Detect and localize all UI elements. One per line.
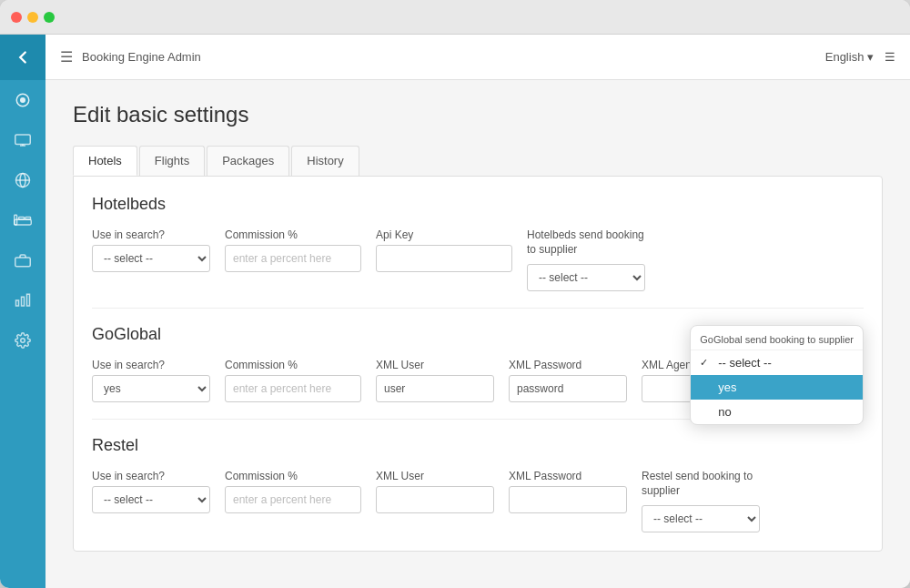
svg-point-0 <box>20 97 25 103</box>
traffic-lights <box>11 12 55 23</box>
goglobal-dropdown-option-no[interactable]: no <box>691 400 863 424</box>
hotelbeds-use-in-search-label: Use in search? <box>92 228 210 241</box>
restel-commission-group: Commission % <box>225 470 361 513</box>
hotelbeds-api-key-input[interactable] <box>376 245 512 272</box>
check-select-icon: ✓ <box>700 357 713 369</box>
topbar-menu-icon-right[interactable]: ☰ <box>885 50 895 64</box>
hotelbeds-commission-input[interactable] <box>225 245 361 272</box>
restel-use-in-search-label: Use in search? <box>92 470 210 482</box>
restel-section: Restel Use in search? -- select -- yes n… <box>92 436 864 532</box>
hotelbeds-send-booking-label: Hotelbeds send booking to supplier <box>527 228 654 257</box>
restel-send-booking-label: Restel send booking to supplier <box>642 470 769 498</box>
app-body: ☰ Booking Engine Admin English ▾ ☰ Edit … <box>0 35 910 588</box>
content-area: Edit basic settings Hotels Flights Packa… <box>46 80 910 588</box>
titlebar <box>0 0 910 35</box>
goglobal-dropdown-title: GoGlobal send booking to supplier <box>691 326 863 350</box>
maximize-button[interactable] <box>44 12 55 23</box>
restel-commission-label: Commission % <box>225 470 361 482</box>
hotelbeds-section: Hotelbeds Use in search? -- select -- ye… <box>92 195 864 291</box>
sidebar-logo[interactable] <box>0 35 46 80</box>
restel-send-booking-select[interactable]: -- select -- yes no <box>642 505 760 532</box>
goglobal-commission-label: Commission % <box>225 359 361 371</box>
goglobal-xml-user-input[interactable] <box>376 375 494 402</box>
restel-commission-input[interactable] <box>225 486 361 513</box>
goglobal-section: GoGlobal Use in search? -- select -- yes… <box>92 325 864 402</box>
sidebar-item-bed[interactable] <box>0 200 46 240</box>
hotelbeds-send-booking-group: Hotelbeds send booking to supplier -- se… <box>527 228 654 291</box>
goglobal-commission-input[interactable] <box>225 375 361 402</box>
goglobal-xml-password-input[interactable] <box>509 375 627 402</box>
restel-xml-user-label: XML User <box>376 470 494 482</box>
svg-rect-11 <box>25 217 31 219</box>
sidebar-item-settings[interactable] <box>0 320 46 360</box>
goglobal-use-in-search-label: Use in search? <box>92 359 210 371</box>
hamburger-icon[interactable]: ☰ <box>60 48 73 66</box>
svg-rect-2 <box>15 135 31 145</box>
restel-xml-password-input[interactable] <box>509 486 627 513</box>
tab-bar: Hotels Flights Packages History <box>73 146 883 176</box>
goglobal-use-in-search-group: Use in search? -- select -- yes no <box>92 359 210 402</box>
restel-xml-user-group: XML User <box>376 470 494 513</box>
main-area: ☰ Booking Engine Admin English ▾ ☰ Edit … <box>46 35 910 588</box>
svg-rect-14 <box>22 297 25 306</box>
hotelbeds-use-in-search-select[interactable]: -- select -- yes no <box>92 245 210 272</box>
restel-xml-user-input[interactable] <box>376 486 494 513</box>
hotelbeds-api-key-group: Api Key <box>376 228 512 272</box>
app-window: ☰ Booking Engine Admin English ▾ ☰ Edit … <box>0 0 910 588</box>
topbar: ☰ Booking Engine Admin English ▾ ☰ <box>46 35 910 80</box>
tab-flights[interactable]: Flights <box>139 146 205 176</box>
sidebar-item-suitcase[interactable] <box>0 240 46 280</box>
sidebar-item-dashboard[interactable] <box>0 80 46 120</box>
hotelbeds-title: Hotelbeds <box>92 195 864 214</box>
minimize-button[interactable] <box>27 12 38 23</box>
topbar-right: English ▾ ☰ <box>825 50 895 64</box>
language-selector[interactable]: English ▾ <box>825 50 874 64</box>
goglobal-xml-user-group: XML User <box>376 359 494 402</box>
restel-xml-password-label: XML Password <box>509 470 627 482</box>
restel-use-in-search-group: Use in search? -- select -- yes no <box>92 470 210 513</box>
close-button[interactable] <box>11 12 22 23</box>
svg-point-16 <box>21 339 25 343</box>
hotelbeds-commission-label: Commission % <box>225 228 361 241</box>
svg-rect-10 <box>19 217 25 219</box>
hotelbeds-form-row: Use in search? -- select -- yes no Commi… <box>92 228 864 291</box>
page-title: Edit basic settings <box>73 102 883 127</box>
goglobal-xml-user-label: XML User <box>376 359 494 371</box>
tab-hotels[interactable]: Hotels <box>73 146 137 176</box>
tab-content: Hotelbeds Use in search? -- select -- ye… <box>73 176 883 552</box>
tab-packages[interactable]: Packages <box>207 146 289 176</box>
goglobal-commission-group: Commission % <box>225 359 361 402</box>
goglobal-dropdown-option-select[interactable]: ✓ -- select -- <box>691 350 863 375</box>
sidebar-item-globe[interactable] <box>0 160 46 200</box>
goglobal-use-in-search-select[interactable]: -- select -- yes no <box>92 375 210 402</box>
restel-send-booking-group: Restel send booking to supplier -- selec… <box>642 470 769 532</box>
restel-title: Restel <box>92 436 864 455</box>
hotelbeds-use-in-search-group: Use in search? -- select -- yes no <box>92 228 210 272</box>
sidebar <box>0 35 46 588</box>
restel-form-row: Use in search? -- select -- yes no Commi… <box>92 470 864 532</box>
sidebar-item-chart[interactable] <box>0 280 46 320</box>
goglobal-dropdown-option-yes[interactable]: yes <box>691 375 863 400</box>
svg-rect-12 <box>15 258 31 267</box>
restel-use-in-search-select[interactable]: -- select -- yes no <box>92 486 210 513</box>
hotelbeds-send-booking-select[interactable]: -- select -- yes no <box>527 264 645 291</box>
hotelbeds-commission-group: Commission % <box>225 228 361 272</box>
tab-history[interactable]: History <box>291 146 359 176</box>
goglobal-xml-password-label: XML Password <box>509 359 627 371</box>
svg-rect-15 <box>27 294 30 306</box>
topbar-title: Booking Engine Admin <box>82 50 201 64</box>
svg-rect-13 <box>16 300 19 306</box>
section-divider-1 <box>92 308 864 309</box>
hotelbeds-api-key-label: Api Key <box>376 228 512 241</box>
sidebar-item-display[interactable] <box>0 120 46 160</box>
restel-xml-password-group: XML Password <box>509 470 627 513</box>
goglobal-xml-password-group: XML Password <box>509 359 627 402</box>
